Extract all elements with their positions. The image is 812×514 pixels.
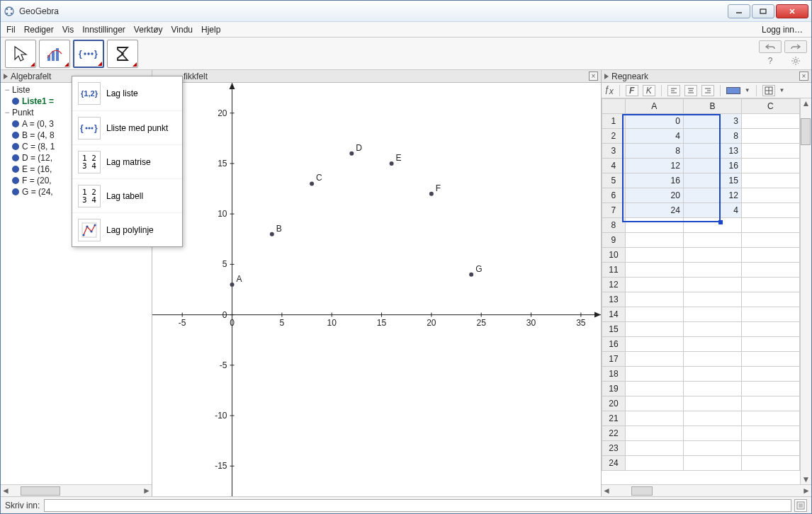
graphics-header: fikkfelt × xyxy=(152,70,601,83)
graphics-close-icon[interactable]: × xyxy=(589,72,598,81)
settings-icon[interactable] xyxy=(784,55,807,67)
svg-point-100 xyxy=(90,230,92,232)
menu-innstillinger[interactable]: Innstillinger xyxy=(82,25,125,35)
svg-line-25 xyxy=(793,62,794,63)
chevron-down-icon[interactable]: ▼ xyxy=(745,87,750,93)
collapse-icon[interactable] xyxy=(604,74,609,79)
dropdown-lag-matrise[interactable]: 1 2 3 4 Lag matrise xyxy=(72,144,182,178)
graphics-canvas[interactable]: -505101520253035-15-10-505101520ABCDEFG xyxy=(152,83,601,496)
algebra-group-liste: Liste xyxy=(12,85,30,95)
graphics-title: fikkfelt xyxy=(184,72,208,81)
svg-text:-5: -5 xyxy=(179,318,186,328)
algebra-item-b[interactable]: B = (4, 8 xyxy=(22,130,55,140)
titlebar: GeoGebra xyxy=(1,1,811,22)
dropdown-lag-polylinje[interactable]: Lag polylinje xyxy=(72,212,182,246)
tool-move[interactable] xyxy=(5,40,36,68)
menu-fil[interactable]: Fil xyxy=(6,25,16,35)
tool-sum[interactable] xyxy=(107,40,138,68)
svg-text:C: C xyxy=(316,173,322,183)
align-center-button[interactable] xyxy=(684,85,697,96)
algebra-group-punkt: Punkt xyxy=(12,108,34,118)
italic-button[interactable]: K xyxy=(643,85,655,96)
algebra-item-e[interactable]: E = (16, xyxy=(22,164,52,174)
algebra-item-g[interactable]: G = (24, xyxy=(22,187,53,197)
menu-rediger[interactable]: Rediger xyxy=(24,25,54,35)
svg-text:-10: -10 xyxy=(215,411,227,421)
svg-rect-6 xyxy=(760,9,766,13)
svg-point-66 xyxy=(310,181,314,185)
svg-point-74 xyxy=(469,273,473,277)
login-link[interactable]: Logg inn… xyxy=(762,25,803,35)
bgcolor-button[interactable] xyxy=(726,87,740,94)
spreadsheet-hscrollbar[interactable]: ◄► xyxy=(602,484,811,496)
svg-line-22 xyxy=(793,58,794,59)
svg-point-4 xyxy=(11,12,12,13)
minimize-button[interactable] xyxy=(728,4,750,18)
svg-point-95 xyxy=(91,127,93,129)
tool-list[interactable]: {} xyxy=(73,40,104,68)
algebra-item-c[interactable]: C = (8, 1 xyxy=(22,142,55,152)
dropdown-label: Lag polylinje xyxy=(106,225,154,235)
svg-text:10: 10 xyxy=(327,318,337,328)
algebra-hscrollbar[interactable]: ◄► xyxy=(1,484,152,496)
dropdown-label: Lag matrise xyxy=(106,157,151,167)
dropdown-label: Lliste med punkt xyxy=(106,123,168,133)
align-left-button[interactable] xyxy=(667,85,680,96)
dropdown-liste-med-punkt[interactable]: {} Lliste med punkt xyxy=(72,110,182,144)
svg-text:B: B xyxy=(276,224,282,234)
svg-text:F: F xyxy=(436,183,441,193)
spreadsheet-vscrollbar[interactable]: ▲▼ xyxy=(800,98,811,484)
algebra-item-a[interactable]: A = (0, 3 xyxy=(22,119,54,129)
toolbar: {} ? xyxy=(1,38,811,70)
svg-point-101 xyxy=(94,224,96,226)
align-right-button[interactable] xyxy=(701,85,714,96)
selection-handle[interactable] xyxy=(718,220,723,224)
spreadsheet-panel: Regneark × ƒx F K ▼ ▼ ABC103248381341216… xyxy=(601,70,811,496)
svg-point-1 xyxy=(6,8,8,9)
svg-point-98 xyxy=(82,234,84,236)
input-bar: Skriv inn: xyxy=(1,496,811,513)
svg-text:A: A xyxy=(237,274,242,284)
input-help-button[interactable] xyxy=(794,499,807,512)
close-button[interactable] xyxy=(776,4,808,18)
svg-point-62 xyxy=(230,282,235,287)
dropdown-lag-liste[interactable]: {1,2} Lag liste xyxy=(72,76,182,110)
svg-text:15: 15 xyxy=(218,159,227,169)
svg-text:{: { xyxy=(79,49,82,59)
undo-button[interactable] xyxy=(759,40,782,53)
spreadsheet-close-icon[interactable]: × xyxy=(799,72,808,81)
spreadsheet-grid[interactable]: ABC1032483813412165161562012724489101112… xyxy=(602,98,800,484)
command-input[interactable] xyxy=(44,499,791,512)
menu-verktoy[interactable]: Verktøy xyxy=(134,25,163,35)
svg-point-13 xyxy=(84,52,86,55)
algebra-title: Algebrafelt xyxy=(11,72,51,81)
svg-text:25: 25 xyxy=(477,318,487,328)
maximize-button[interactable] xyxy=(752,4,774,18)
dropdown-label: Lag liste xyxy=(106,88,138,98)
svg-point-15 xyxy=(91,52,93,55)
spreadsheet-toolbar: ƒx F K ▼ ▼ xyxy=(602,83,811,98)
svg-point-3 xyxy=(6,12,8,13)
help-icon[interactable]: ? xyxy=(759,55,782,67)
svg-line-23 xyxy=(798,62,799,63)
input-label: Skriv inn: xyxy=(5,501,40,510)
svg-text:D: D xyxy=(356,143,362,153)
menu-vindu[interactable]: Vindu xyxy=(171,25,193,35)
tool-analysis[interactable] xyxy=(39,40,70,68)
algebra-item-f[interactable]: F = (20, xyxy=(22,176,52,185)
algebra-item-d[interactable]: D = (12, xyxy=(22,153,52,163)
menu-vis[interactable]: Vis xyxy=(62,25,74,35)
svg-point-72 xyxy=(429,192,434,196)
borders-button[interactable] xyxy=(762,85,775,96)
chevron-down-icon[interactable]: ▼ xyxy=(779,87,785,93)
svg-text:20: 20 xyxy=(218,108,227,118)
menu-hjelp[interactable]: Hjelp xyxy=(201,25,220,35)
collapse-icon[interactable] xyxy=(4,74,8,79)
menubar: Fil Rediger Vis Innstillinger Verktøy Vi… xyxy=(1,22,811,38)
dropdown-lag-tabell[interactable]: 1 2 3 4 Lag tabell xyxy=(72,178,182,212)
svg-point-0 xyxy=(5,7,13,16)
algebra-item-liste1[interactable]: Liste1 = xyxy=(22,96,54,106)
redo-button[interactable] xyxy=(784,40,807,53)
svg-text:}: } xyxy=(94,49,98,59)
bold-button[interactable]: F xyxy=(626,85,638,96)
